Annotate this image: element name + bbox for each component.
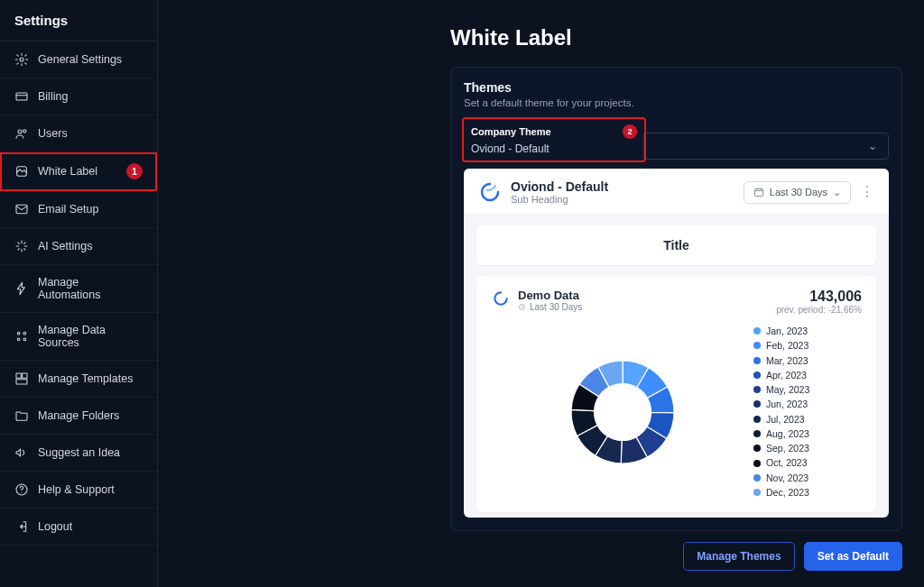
themes-panel: Themes Set a default theme for your proj… (450, 67, 902, 531)
sidebar-item-suggest-an-idea[interactable]: Suggest an Idea (0, 435, 157, 472)
chevron-down-icon: ⌄ (864, 140, 881, 152)
svg-point-8 (17, 338, 20, 341)
section-title: Title (663, 238, 689, 252)
template-icon (14, 371, 29, 386)
demo-title: Demo Data (518, 289, 582, 302)
svg-rect-14 (754, 189, 762, 197)
svg-point-6 (17, 332, 20, 335)
legend-item: May, 2023 (753, 382, 862, 397)
brand-logo-icon (491, 289, 511, 308)
sidebar-item-manage-automations[interactable]: Manage Automations (0, 265, 157, 313)
sidebar-title: Settings (0, 0, 157, 41)
legend-item: Jun, 2023 (753, 397, 862, 411)
company-theme-label: Company Theme (471, 126, 551, 137)
bolt-icon (14, 281, 29, 296)
page-title: White Label (450, 25, 902, 50)
sidebar-item-manage-folders[interactable]: Manage Folders (0, 398, 157, 435)
svg-point-2 (18, 130, 22, 133)
sidebar-item-manage-data-sources[interactable]: Manage Data Sources (0, 313, 157, 361)
logout-icon (14, 519, 29, 534)
sidebar-item-label: Logout (38, 520, 72, 533)
legend-item: Sep, 2023 (753, 441, 862, 455)
legend-label: Dec, 2023 (766, 485, 809, 500)
sidebar-item-label: Help & Support (38, 483, 115, 496)
palette-icon (14, 164, 29, 179)
legend-label: Nov, 2023 (766, 471, 808, 485)
users-icon (14, 126, 29, 141)
chart-legend: Jan, 2023Feb, 2023Mar, 2023Apr, 2023May,… (753, 324, 862, 500)
sidebar-item-general-settings[interactable]: General Settings (0, 41, 157, 78)
legend-label: Oct, 2023 (766, 455, 808, 470)
annotation-badge-2: 2 (623, 124, 637, 139)
svg-rect-12 (16, 380, 27, 384)
main: White Label Themes Set a default theme f… (158, 0, 924, 587)
manage-themes-button[interactable]: Manage Themes (683, 542, 794, 571)
legend-swatch (753, 430, 761, 437)
svg-point-0 (20, 58, 23, 61)
annotation-badge-1: 1 (126, 163, 143, 179)
svg-point-9 (23, 338, 26, 341)
legend-swatch (753, 386, 761, 393)
svg-rect-1 (16, 93, 27, 100)
legend-item: Nov, 2023 (753, 471, 862, 485)
legend-label: Jan, 2023 (766, 324, 808, 338)
sidebar: Settings General SettingsBillingUsersWhi… (0, 0, 158, 587)
gear-icon (14, 52, 29, 67)
svg-rect-5 (16, 205, 27, 213)
donut-row: Jan, 2023Feb, 2023Mar, 2023Apr, 2023May,… (491, 324, 862, 500)
legend-swatch (753, 474, 761, 482)
svg-rect-10 (16, 373, 21, 378)
mail-icon (14, 202, 29, 216)
legend-label: Aug, 2023 (766, 426, 809, 441)
sidebar-item-white-label[interactable]: White Label1 (0, 152, 157, 191)
preview-brand-title: Oviond - Default (511, 179, 608, 194)
legend-item: Apr, 2023 (753, 368, 862, 382)
sidebar-item-label: Users (38, 127, 68, 140)
preview-body: Title Demo Data Last 30 Days (464, 215, 889, 518)
themes-heading: Themes (464, 80, 889, 95)
legend-item: Feb, 2023 (753, 338, 862, 353)
svg-point-3 (23, 130, 26, 133)
legend-swatch (753, 489, 761, 496)
sidebar-item-label: Suggest an Idea (38, 446, 120, 459)
sparkle-icon (14, 239, 29, 253)
legend-label: Feb, 2023 (766, 338, 808, 353)
legend-label: Jun, 2023 (766, 397, 808, 411)
brand-logo-icon (478, 180, 502, 204)
legend-label: Mar, 2023 (766, 353, 808, 368)
sidebar-item-billing[interactable]: Billing (0, 78, 157, 115)
sidebar-item-manage-templates[interactable]: Manage Templates (0, 361, 157, 398)
legend-label: May, 2023 (766, 382, 809, 397)
company-theme-label-row: Company Theme 2 (471, 124, 637, 139)
calendar-icon (753, 187, 764, 197)
legend-swatch (753, 400, 761, 408)
sidebar-item-help-support[interactable]: Help & Support (0, 472, 157, 509)
legend-swatch (753, 460, 761, 467)
card-icon (14, 89, 29, 104)
mega-icon (14, 445, 29, 460)
sidebar-item-ai-settings[interactable]: AI Settings (0, 228, 157, 265)
date-range-picker[interactable]: Last 30 Days ⌄ (744, 181, 851, 204)
sidebar-item-label: Billing (38, 90, 68, 103)
legend-item: Oct, 2023 (753, 455, 862, 470)
demo-card-header: Demo Data Last 30 Days 143,006 prev. per… (491, 289, 862, 315)
company-theme-select[interactable]: ⌄ (643, 133, 889, 160)
legend-swatch (753, 445, 761, 452)
date-range-label: Last 30 Days (770, 187, 827, 197)
set-default-button[interactable]: Set as Default (804, 542, 902, 571)
section-title-card: Title (476, 225, 876, 265)
sidebar-item-label: AI Settings (38, 240, 92, 252)
sidebar-item-users[interactable]: Users (0, 115, 157, 152)
sidebar-item-label: Email Setup (38, 203, 98, 216)
sidebar-item-label: Manage Data Sources (38, 324, 143, 349)
legend-swatch (753, 416, 761, 423)
demo-prev-period: prev. period: -21.66% (776, 305, 862, 315)
clock-icon (518, 303, 526, 311)
more-menu-icon[interactable]: ⋮ (860, 185, 874, 199)
sidebar-item-email-setup[interactable]: Email Setup (0, 191, 157, 228)
donut-chart (491, 344, 753, 480)
legend-label: Jul, 2023 (766, 412, 805, 426)
db-icon (14, 329, 29, 344)
legend-label: Sep, 2023 (766, 441, 809, 455)
sidebar-item-logout[interactable]: Logout (0, 509, 157, 546)
